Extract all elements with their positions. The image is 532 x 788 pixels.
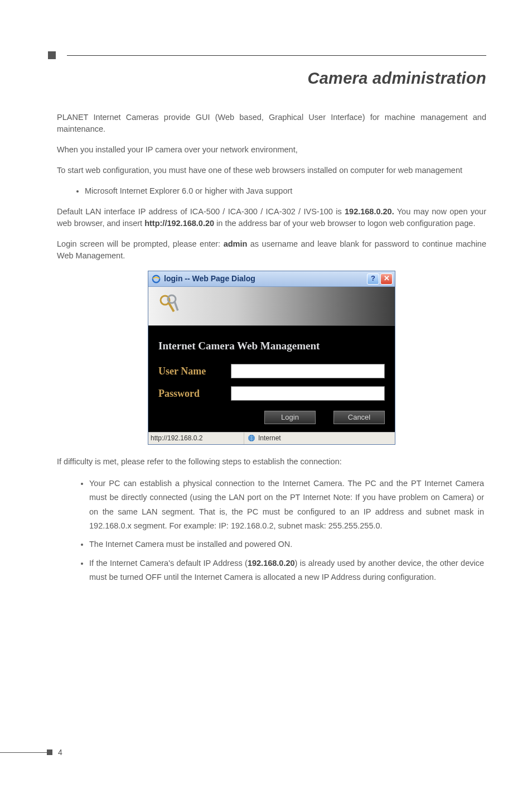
login-body: Internet Camera Web Management User Name…	[148, 326, 395, 432]
page-corner-marker	[48, 51, 56, 59]
page-footer: 4	[0, 748, 62, 757]
list-item: The Internet Camera must be installed an…	[89, 537, 486, 551]
login-dialog: login -- Web Page Dialog ? ✕ Internet Ca…	[148, 271, 395, 445]
keys-icon	[155, 291, 185, 321]
close-button[interactable]: ✕	[380, 273, 393, 285]
ip-bold: 192.168.0.20.	[345, 207, 394, 216]
dialog-titlebar: login -- Web Page Dialog ? ✕	[148, 271, 395, 287]
page-title: Camera administration	[307, 69, 486, 88]
svg-rect-4	[173, 301, 178, 311]
browser-list: Microsoft Internet Explorer 6.0 or highe…	[85, 185, 486, 197]
username-bold: admin	[224, 239, 248, 248]
page-number: 4	[58, 748, 62, 757]
footer-rule	[0, 752, 47, 753]
footer-marker	[47, 749, 52, 755]
internet-zone-icon	[248, 434, 255, 442]
username-row: User Name	[158, 364, 385, 378]
button-row: Login Cancel	[158, 409, 385, 424]
text: If the Internet Camera's default IP Addr…	[89, 559, 248, 568]
paragraph: When you installed your IP camera over y…	[57, 144, 486, 156]
content-area: PLANET Internet Cameras provide GUI (Web…	[57, 112, 486, 594]
username-label: User Name	[158, 364, 231, 378]
username-input[interactable]	[231, 364, 385, 378]
troubleshoot-list: Your PC can establish a physical connect…	[57, 477, 486, 585]
text: Default LAN interface IP address of ICA-…	[57, 207, 345, 216]
list-item: Your PC can establish a physical connect…	[89, 477, 486, 534]
list-item: Microsoft Internet Explorer 6.0 or highe…	[85, 185, 486, 197]
password-label: Password	[158, 386, 231, 401]
cancel-button[interactable]: Cancel	[333, 411, 385, 424]
login-heading: Internet Camera Web Management	[158, 338, 385, 354]
dialog-banner	[148, 287, 395, 326]
text: in the address bar of your web browser t…	[214, 219, 475, 228]
dialog-title-text: login -- Web Page Dialog	[164, 273, 366, 284]
dialog-screenshot: login -- Web Page Dialog ? ✕ Internet Ca…	[57, 271, 486, 445]
help-button[interactable]: ?	[367, 273, 379, 285]
ip-bold: 192.168.0.20	[248, 559, 295, 568]
paragraph: Login screen will be prompted, please en…	[57, 238, 486, 262]
paragraph: Default LAN interface IP address of ICA-…	[57, 206, 486, 229]
text: Login screen will be prompted, please en…	[57, 239, 224, 248]
status-url: http://192.168.0.2	[148, 433, 244, 444]
status-zone: Internet	[244, 434, 281, 443]
paragraph: PLANET Internet Cameras provide GUI (Web…	[57, 112, 486, 135]
svg-point-0	[153, 275, 159, 282]
paragraph: To start web configuration, you must hav…	[57, 165, 486, 176]
dialog-statusbar: http://192.168.0.2 Internet	[148, 432, 395, 444]
paragraph: If difficulty is met, please refer to th…	[57, 456, 486, 468]
list-item: If the Internet Camera's default IP Addr…	[89, 556, 486, 585]
login-button[interactable]: Login	[264, 411, 316, 424]
url-bold: http://192.168.0.20	[144, 219, 214, 228]
password-row: Password	[158, 386, 385, 401]
header-rule	[67, 55, 486, 56]
status-zone-text: Internet	[258, 434, 281, 443]
password-input[interactable]	[231, 386, 385, 401]
ie-icon	[152, 275, 161, 284]
